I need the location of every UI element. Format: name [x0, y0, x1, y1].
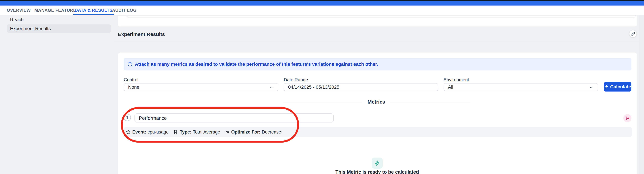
metric-name-value: Performance: [139, 115, 333, 121]
remove-metric-button[interactable]: [623, 114, 632, 122]
date-range-label: Date Range: [284, 77, 308, 83]
app-root: OVERVIEW MANAGE FEATURE DATA & RESULTS A…: [0, 0, 644, 174]
event-label: Event:: [132, 129, 146, 135]
metric-ready-text: This Metric is ready to be calculated: [336, 169, 419, 174]
page-title: Experiment Results: [118, 31, 165, 37]
banner-text: Attach as many metrics as desired to val…: [135, 62, 378, 67]
scrolled-card-bottom: [118, 15, 637, 26]
trending-down-icon: [224, 129, 230, 135]
metrics-info-banner: Attach as many metrics as desired to val…: [124, 58, 632, 71]
vertical-scrollbar[interactable]: [639, 15, 644, 174]
info-circle-icon: [128, 62, 132, 67]
divider-line-left: [282, 102, 363, 102]
tab-manage-feature[interactable]: MANAGE FEATURE: [34, 5, 76, 15]
sidebar-item-reach[interactable]: Reach: [10, 17, 24, 23]
metrics-divider-label: Metrics: [368, 99, 385, 105]
type-label: Type:: [180, 129, 192, 135]
metric-ready-icon-box: [372, 158, 383, 169]
tab-audit-log[interactable]: AUDIT LOG: [112, 5, 137, 15]
chevron-down-icon: [269, 85, 274, 90]
tab-data-and-results[interactable]: DATA & RESULTS: [75, 5, 112, 15]
environment-label: Environment: [444, 77, 469, 83]
metric-index-badge: 1: [124, 114, 131, 121]
app-header-bar: [0, 1, 644, 5]
star-icon: [126, 129, 131, 135]
lightning-bolt-icon: [604, 85, 608, 89]
window-top-edge: [0, 0, 644, 1]
experiment-results-card: Attach as many metrics as desired to val…: [118, 53, 637, 174]
copy-section-link-button[interactable]: [630, 30, 636, 37]
lightning-bolt-icon: [374, 160, 380, 166]
control-select[interactable]: None: [124, 83, 278, 91]
control-label: Control: [124, 77, 138, 83]
environment-select[interactable]: All: [444, 83, 598, 91]
control-select-value: None: [128, 85, 139, 90]
feature-tab-bar: OVERVIEW MANAGE FEATURE DATA & RESULTS A…: [0, 5, 644, 15]
tab-overview[interactable]: OVERVIEW: [7, 5, 31, 15]
calculate-button-label: Calculate: [610, 84, 631, 89]
metric-name-input[interactable]: Performance: [134, 113, 334, 122]
metric-event-group: Event: cpu-usage: [126, 129, 169, 135]
calculator-icon: [173, 129, 178, 135]
date-range-input[interactable]: 04/14/2025 - 05/13/2025: [284, 83, 438, 91]
metric-optimize-group: Optimize For: Decrease: [224, 129, 281, 135]
environment-select-value: All: [448, 85, 453, 90]
event-value: cpu-usage: [148, 129, 169, 135]
metric-type-group: Type: Total Average: [173, 129, 220, 135]
section-divider-line: [114, 42, 639, 42]
date-range-value: 04/14/2025 - 05/13/2025: [288, 85, 339, 90]
metric-summary-row: Event: cpu-usage Type: T: [124, 127, 632, 137]
optimize-for-label: Optimize For:: [231, 129, 260, 135]
calculate-button[interactable]: Calculate: [604, 82, 632, 91]
metrics-section-divider: Metrics: [282, 99, 470, 105]
optimize-for-value: Decrease: [262, 129, 281, 135]
scissors-icon: [625, 116, 630, 120]
type-value: Total Average: [193, 129, 220, 135]
chevron-down-icon: [589, 85, 593, 90]
scrolled-table-bottom-edge: [127, 15, 636, 17]
sidebar-item-experiment-results[interactable]: Experiment Results: [7, 24, 111, 33]
sidebar-item-label: Experiment Results: [10, 24, 111, 33]
link-icon: [631, 32, 635, 36]
divider-line-right: [390, 102, 470, 102]
